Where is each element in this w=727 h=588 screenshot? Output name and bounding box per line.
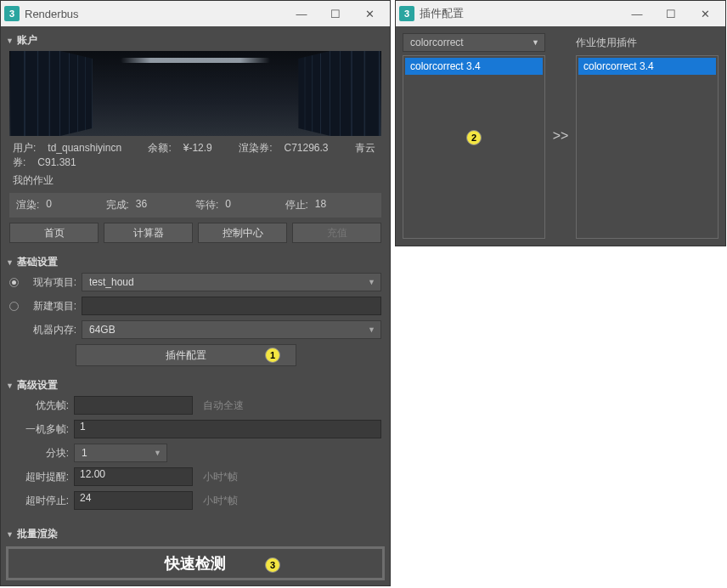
control-center-button[interactable]: 控制中心: [198, 223, 287, 243]
account-header-label: 账户: [17, 33, 37, 48]
main-window: 3 Renderbus — ☐ ✕ ▼ 账户 用户:td_quanshiyinc…: [0, 0, 391, 586]
recharge-button[interactable]: 充值: [292, 223, 381, 243]
close-button[interactable]: ✕: [352, 2, 386, 25]
user-info-line: 用户:td_quanshiyincn 余额:¥-12.9 渲染券:C71296.…: [9, 139, 381, 172]
marker-1: 1: [265, 348, 280, 363]
new-project-input[interactable]: [82, 297, 381, 315]
plugin-category-select[interactable]: colorcorrect▼: [403, 33, 545, 52]
new-project-radio[interactable]: [9, 302, 19, 311]
memory-select[interactable]: 64GB▼: [82, 320, 381, 339]
used-plugins-header: 作业使用插件: [576, 33, 719, 52]
advanced-section: ▼ 高级设置 优先帧: 自动全速 一机多帧: 1 分块: 1▼: [4, 375, 386, 520]
existing-project-radio[interactable]: [9, 278, 19, 287]
calculator-button[interactable]: 计算器: [104, 223, 193, 243]
existing-project-select[interactable]: test_houd▼: [82, 273, 381, 291]
marker-3: 3: [265, 557, 280, 573]
collapse-icon: ▼: [6, 382, 14, 390]
advanced-header[interactable]: ▼ 高级设置: [4, 375, 386, 396]
priority-input[interactable]: [74, 396, 193, 415]
available-plugins-list[interactable]: colorcorrect 3.4 2: [403, 55, 545, 239]
chevron-down-icon: ▼: [368, 325, 375, 334]
app-icon: 3: [399, 6, 414, 21]
plugin-titlebar[interactable]: 3 插件配置 — ☐ ✕: [396, 1, 725, 26]
account-section: ▼ 账户 用户:td_quanshiyincn 余额:¥-12.9 渲染券:C7…: [4, 30, 386, 248]
maximize-button[interactable]: ☐: [318, 2, 352, 25]
maximize-button[interactable]: ☐: [654, 2, 688, 25]
main-titlebar[interactable]: 3 Renderbus — ☐ ✕: [1, 1, 390, 26]
main-title: Renderbus: [25, 8, 285, 20]
plugin-body: colorcorrect▼ colorcorrect 3.4 2 >> 作业使用…: [396, 26, 725, 246]
main-body: ▼ 账户 用户:td_quanshiyincn 余额:¥-12.9 渲染券:C7…: [1, 26, 390, 540]
close-button[interactable]: ✕: [688, 2, 722, 25]
plugin-title: 插件配置: [420, 6, 620, 21]
batch-section: ▼ 批量渲染 激活批量渲染(一次提交多个相机) 设置批量渲染: [4, 523, 386, 540]
marker-2: 2: [466, 130, 482, 145]
app-icon: 3: [4, 6, 20, 21]
chevron-down-icon: ▼: [154, 449, 161, 457]
timeout-warn-input[interactable]: 12.00: [74, 467, 193, 486]
used-plugins-list[interactable]: colorcorrect 3.4: [576, 55, 719, 239]
minimize-button[interactable]: —: [620, 2, 654, 25]
plugin-window: 3 插件配置 — ☐ ✕ colorcorrect▼ colorcorrect …: [395, 0, 726, 246]
timeout-stop-input[interactable]: 24: [74, 491, 193, 510]
transfer-button[interactable]: >>: [552, 33, 569, 239]
my-jobs-label: 我的作业: [9, 172, 381, 189]
chevron-down-icon: ▼: [532, 38, 539, 47]
home-button[interactable]: 首页: [9, 223, 99, 243]
banner-image: [9, 51, 381, 136]
basic-header[interactable]: ▼ 基础设置: [4, 252, 386, 273]
account-header[interactable]: ▼ 账户: [4, 30, 386, 51]
basic-section: ▼ 基础设置 现有项目: test_houd▼ 新建项目:: [4, 252, 386, 371]
collapse-icon: ▼: [6, 37, 14, 45]
job-stats-row: 渲染:0 完成:36 等待:0 停止:18: [9, 193, 381, 218]
collapse-icon: ▼: [6, 258, 14, 267]
plugin-config-button[interactable]: 插件配置 1: [76, 344, 296, 366]
plugin-item[interactable]: colorcorrect 3.4: [405, 58, 543, 75]
plugin-item[interactable]: colorcorrect 3.4: [578, 58, 716, 75]
chevron-down-icon: ▼: [368, 278, 375, 286]
multiframe-input[interactable]: 1: [74, 420, 381, 438]
collapse-icon: ▼: [6, 530, 14, 539]
tiles-select[interactable]: 1▼: [74, 444, 167, 462]
batch-header[interactable]: ▼ 批量渲染: [4, 523, 386, 540]
minimize-button[interactable]: —: [285, 2, 318, 25]
quick-check-button[interactable]: 快速检测 3: [6, 546, 385, 580]
